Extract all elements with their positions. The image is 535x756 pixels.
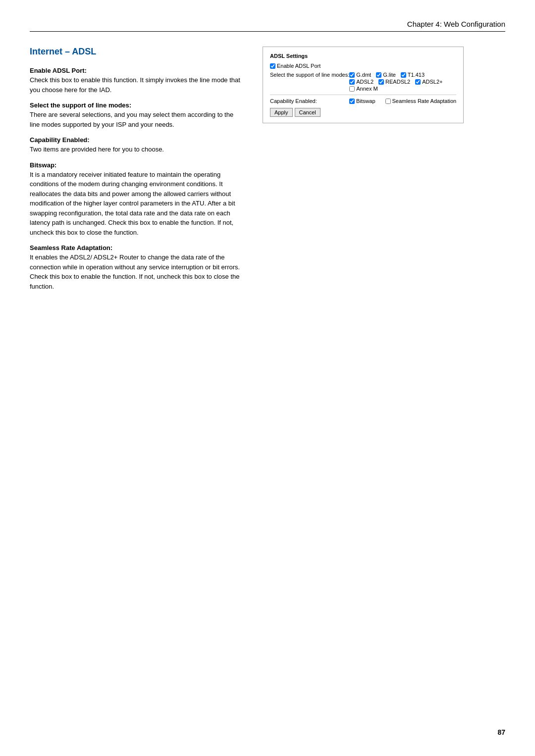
bitswap-title: Bitswap: [30,161,243,169]
line-modes-label: Select the support of line modes: [270,72,349,78]
enable-adsl-label: Enable ADSL Port [277,63,321,69]
seamless-rate-body: It enables the ADSL2/ ADSL2+ Router to c… [30,252,243,291]
glite-checkbox-item: G.lite [376,72,396,78]
chapter-header: Chapter 4: Web Configuration [30,20,505,32]
gdmt-checkbox-item: G.dmt [349,72,371,78]
readsl2-label: READSL2 [385,79,410,85]
seamless-rate-capability-item: Seamless Rate Adaptation [385,98,457,104]
adsl2-label: ADSL2 [356,79,374,85]
select-line-modes-title: Select the support of line modes: [30,101,243,109]
seamless-rate-capability-checkbox[interactable] [385,99,391,104]
annexm-checkbox[interactable] [349,86,355,92]
enable-adsl-port-body: Check this box to enable this function. … [30,75,243,95]
adsl2plus-checkbox-item: ADSL2+ [415,79,442,85]
capability-checkboxes: Bitswap Seamless Rate Adaptation [349,98,456,104]
divider [270,95,456,95]
capability-row: Capability Enabled: Bitswap Seamless Rat… [270,98,456,104]
glite-label: G.lite [383,72,396,78]
apply-button[interactable]: Apply [270,108,293,117]
page-number: 87 [497,728,505,736]
enable-adsl-checkbox[interactable] [270,63,275,69]
line-modes-checkboxes: G.dmt G.lite T1.413 [349,72,442,92]
annexm-label: Annex M [356,86,377,92]
line-modes-row-1: G.dmt G.lite T1.413 [349,72,442,78]
annexm-checkbox-item: Annex M [349,86,377,92]
t1413-checkbox-item: T1.413 [401,72,425,78]
enable-adsl-checkbox-item: Enable ADSL Port [270,63,456,69]
bitswap-block: Bitswap: It is a mandatory receiver init… [30,161,243,238]
bitswap-capability-label: Bitswap [356,98,375,104]
enable-adsl-port-title: Enable ADSL Port: [30,67,243,74]
adsl2plus-checkbox[interactable] [415,79,421,85]
adsl-settings-panel: ADSL Settings Enable ADSL Port Select th… [263,47,464,123]
left-column: Internet – ADSL Enable ADSL Port: Check … [30,47,243,298]
seamless-rate-block: Seamless Rate Adaptation: It enables the… [30,244,243,291]
cancel-button[interactable]: Cancel [295,108,321,117]
page-content: Internet – ADSL Enable ADSL Port: Check … [30,47,505,298]
capability-enabled-block: Capability Enabled: Two items are provid… [30,136,243,154]
capability-enabled-title: Capability Enabled: [30,136,243,144]
line-modes-row: Select the support of line modes: G.dmt … [270,72,456,92]
adsl2-checkbox[interactable] [349,79,355,85]
adsl2-checkbox-item: ADSL2 [349,79,374,85]
right-column: ADSL Settings Enable ADSL Port Select th… [263,47,505,298]
readsl2-checkbox-item: READSL2 [378,79,410,85]
line-modes-row-3: Annex M [349,86,442,92]
seamless-rate-title: Seamless Rate Adaptation: [30,244,243,252]
enable-adsl-port-block: Enable ADSL Port: Check this box to enab… [30,67,243,95]
glite-checkbox[interactable] [376,72,381,78]
bitswap-body: It is a mandatory receiver initiated fea… [30,170,243,238]
select-line-modes-block: Select the support of line modes: There … [30,101,243,129]
t1413-label: T1.413 [408,72,425,78]
readsl2-checkbox[interactable] [378,79,384,85]
buttons-row: Apply Cancel [270,108,456,117]
line-modes-row-2: ADSL2 READSL2 ADSL2+ [349,79,442,85]
gdmt-checkbox[interactable] [349,72,355,78]
gdmt-label: G.dmt [356,72,371,78]
bitswap-capability-item: Bitswap [349,98,375,104]
enable-adsl-row: Enable ADSL Port [270,63,456,69]
select-line-modes-body: There are several selections, and you ma… [30,110,243,129]
seamless-rate-capability-label: Seamless Rate Adaptation [392,98,457,104]
adsl-settings-title: ADSL Settings [270,53,456,59]
section-title: Internet – ADSL [30,47,243,57]
bitswap-capability-checkbox[interactable] [349,99,355,104]
capability-row-label: Capability Enabled: [270,98,349,104]
adsl2plus-label: ADSL2+ [422,79,442,85]
capability-enabled-body: Two items are provided here for you to c… [30,145,243,154]
t1413-checkbox[interactable] [401,72,406,78]
